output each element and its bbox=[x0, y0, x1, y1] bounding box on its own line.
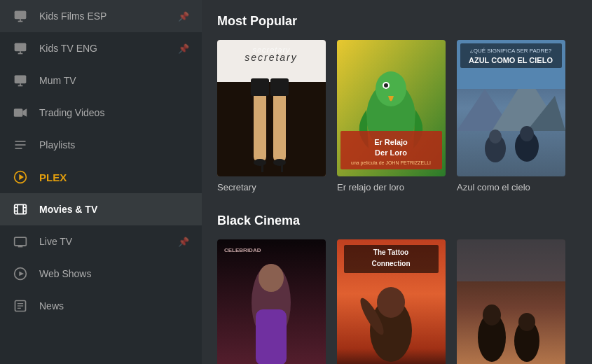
movie-poster bbox=[457, 239, 565, 364]
svg-text:AZUL COMO EL CIELO: AZUL COMO EL CIELO bbox=[469, 56, 553, 64]
movie-card-tattoo[interactable]: The Tattoo Connection bbox=[337, 239, 446, 364]
sidebar-item-kids-films-esp[interactable]: Kids Films ESP 📌 bbox=[0, 0, 202, 32]
pin-icon: 📌 bbox=[178, 237, 189, 247]
sidebar-item-trading-videos[interactable]: Trading Videos bbox=[0, 97, 202, 129]
movie-card-azul[interactable]: ¿QUÉ SIGNIFICA SER PADRE? AZUL COMO EL C… bbox=[457, 40, 565, 192]
list-icon bbox=[13, 137, 28, 153]
sidebar: Kids Films ESP 📌 Kids TV ENG 📌 Mum TV Tr… bbox=[0, 0, 202, 364]
sidebar-item-live-tv[interactable]: Live TV 📌 bbox=[0, 225, 202, 258]
svg-text:The Tattoo: The Tattoo bbox=[373, 248, 408, 256]
svg-point-47 bbox=[384, 83, 388, 88]
svg-text:Er Relajo: Er Relajo bbox=[374, 138, 408, 146]
sidebar-item-label: Mum TV bbox=[39, 75, 189, 86]
monitor-icon bbox=[13, 73, 28, 88]
sidebar-item-label: News bbox=[39, 300, 189, 312]
film-icon bbox=[13, 202, 28, 217]
movie-card-bc3[interactable] bbox=[457, 239, 565, 364]
sidebar-item-label: Kids TV ENG bbox=[39, 43, 167, 54]
movie-poster: secretary bbox=[217, 40, 326, 176]
pin-icon: 📌 bbox=[178, 11, 189, 22]
most-popular-grid: secretary bbox=[217, 40, 577, 192]
newspaper-icon bbox=[13, 298, 28, 314]
movie-card-relajo[interactable]: Er Relajo Der Loro una película de JOHN … bbox=[337, 40, 446, 192]
movie-title: Secretary bbox=[217, 182, 326, 192]
monitor-icon bbox=[13, 41, 28, 56]
svg-marker-15 bbox=[19, 174, 24, 180]
monitor-icon bbox=[13, 8, 28, 24]
svg-marker-10 bbox=[22, 108, 27, 117]
sidebar-item-label: Playlists bbox=[39, 139, 189, 150]
movie-poster: Er Relajo Der Loro una película de JOHN … bbox=[337, 40, 446, 176]
sidebar-item-kids-tv-eng[interactable]: Kids TV ENG 📌 bbox=[0, 32, 202, 64]
movie-card-secretary[interactable]: secretary bbox=[217, 40, 326, 192]
svg-point-58 bbox=[489, 130, 502, 144]
movie-title: Azul como el cielo bbox=[457, 182, 565, 192]
black-cinema-title: Black Cinema bbox=[217, 214, 577, 228]
svg-rect-38 bbox=[270, 78, 289, 96]
sidebar-item-news[interactable]: News bbox=[0, 290, 202, 322]
sidebar-item-label: PLEX bbox=[39, 172, 189, 183]
svg-marker-27 bbox=[19, 272, 24, 276]
sidebar-item-label: Web Shows bbox=[39, 268, 189, 279]
svg-point-74 bbox=[377, 287, 405, 318]
svg-rect-6 bbox=[15, 76, 27, 84]
svg-point-80 bbox=[518, 313, 535, 331]
sidebar-item-label: Movies & TV bbox=[39, 204, 189, 215]
svg-point-40 bbox=[273, 159, 286, 166]
svg-text:secretary: secretary bbox=[245, 52, 298, 63]
black-cinema-grid: CELEBRIDAD bbox=[217, 239, 577, 364]
svg-rect-37 bbox=[251, 78, 269, 96]
svg-text:una película de JOHN PETRIZZEL: una película de JOHN PETRIZZELLI bbox=[351, 160, 431, 166]
svg-rect-81 bbox=[457, 239, 565, 281]
svg-rect-16 bbox=[15, 204, 27, 214]
svg-text:CELEBRIDAD: CELEBRIDAD bbox=[224, 247, 261, 253]
sidebar-item-playlists[interactable]: Playlists bbox=[0, 129, 202, 161]
svg-point-66 bbox=[259, 264, 284, 292]
svg-text:¿QUÉ SIGNIFICA SER PADRE?: ¿QUÉ SIGNIFICA SER PADRE? bbox=[470, 48, 552, 54]
svg-rect-42 bbox=[281, 162, 283, 172]
svg-rect-23 bbox=[15, 237, 27, 246]
svg-point-39 bbox=[254, 159, 266, 166]
movie-card-bc1[interactable]: CELEBRIDAD bbox=[217, 239, 326, 364]
tv-icon bbox=[13, 234, 28, 249]
play-circle-icon bbox=[13, 266, 28, 281]
most-popular-title: Most Popular bbox=[217, 14, 577, 29]
sidebar-item-label: Kids Films ESP bbox=[39, 10, 167, 22]
svg-rect-3 bbox=[15, 43, 27, 52]
sidebar-item-web-shows[interactable]: Web Shows bbox=[0, 258, 202, 290]
black-cinema-section: Black Cinema bbox=[217, 214, 577, 364]
main-content: Most Popular secretary bbox=[202, 0, 592, 364]
svg-point-78 bbox=[483, 304, 501, 326]
plex-icon bbox=[13, 169, 28, 185]
most-popular-section: Most Popular secretary bbox=[217, 14, 577, 192]
svg-text:Connection: Connection bbox=[372, 260, 411, 267]
video-camera-icon bbox=[13, 105, 28, 120]
sidebar-item-mum-tv[interactable]: Mum TV bbox=[0, 64, 202, 97]
sidebar-item-plex[interactable]: PLEX bbox=[0, 161, 202, 193]
movie-poster: ¿QUÉ SIGNIFICA SER PADRE? AZUL COMO EL C… bbox=[457, 40, 565, 176]
sidebar-item-label: Live TV bbox=[39, 236, 167, 247]
svg-rect-0 bbox=[15, 11, 27, 20]
sidebar-item-label: Trading Videos bbox=[39, 107, 189, 118]
sidebar-item-movies-tv[interactable]: Movies & TV bbox=[0, 193, 202, 225]
svg-rect-41 bbox=[261, 162, 263, 172]
movie-title: Er relajo der loro bbox=[337, 182, 446, 192]
svg-rect-9 bbox=[14, 108, 22, 117]
svg-point-60 bbox=[520, 126, 534, 141]
movie-poster: CELEBRIDAD bbox=[217, 239, 326, 364]
movie-poster: The Tattoo Connection bbox=[337, 239, 446, 364]
svg-text:Der Loro: Der Loro bbox=[375, 148, 407, 157]
poster-image: secretary bbox=[217, 40, 326, 176]
svg-rect-67 bbox=[256, 309, 287, 364]
pin-icon: 📌 bbox=[178, 43, 189, 54]
